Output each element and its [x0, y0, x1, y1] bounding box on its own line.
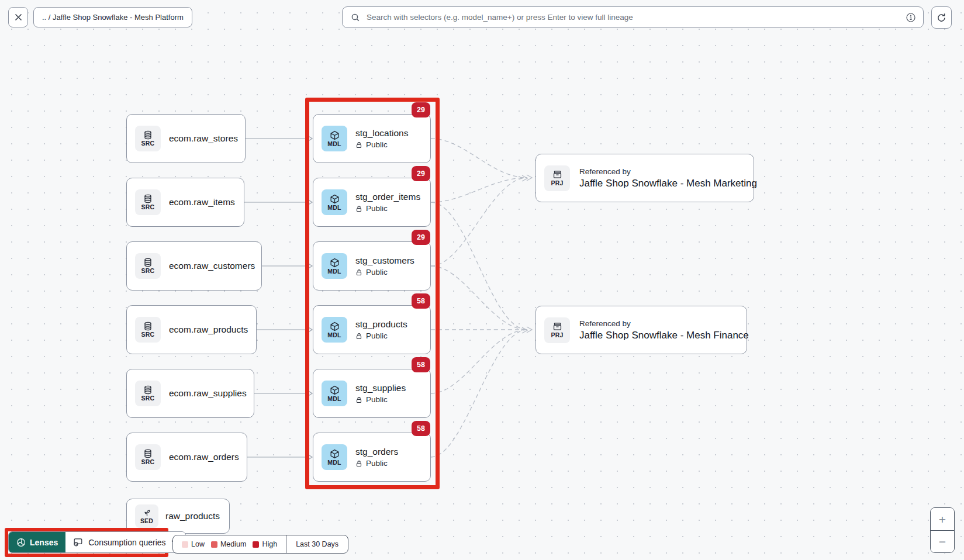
- node-label: raw_products: [165, 511, 220, 521]
- lenses-button[interactable]: Lenses: [9, 532, 65, 552]
- package-icon: MDL: [322, 189, 347, 215]
- consumption-count-badge: 29: [412, 230, 430, 245]
- project-name: Jaffle Shop Snowflake - Mesh Finance: [579, 330, 749, 341]
- source-node[interactable]: SRC ecom.raw_customers: [126, 241, 262, 291]
- zoom-out-button[interactable]: −: [931, 530, 954, 552]
- node-label: ecom.raw_supplies: [169, 388, 247, 399]
- referenced-by-label: Referenced by: [579, 167, 757, 176]
- node-label: stg_supplies: [355, 383, 406, 393]
- package-icon: MDL: [322, 126, 347, 151]
- referenced-by-label: Referenced by: [579, 319, 749, 328]
- source-node[interactable]: SRC ecom.raw_products: [126, 305, 257, 354]
- model-node[interactable]: 29 MDL stg_order_items Public: [313, 178, 431, 227]
- breadcrumb-label: .. / Jaffle Shop Snowflake - Mesh Platfo…: [42, 13, 184, 22]
- access-level: Public: [355, 331, 407, 340]
- database-icon: SRC: [135, 253, 161, 279]
- node-label: stg_order_items: [355, 192, 420, 202]
- consumption-count-badge: 29: [412, 166, 430, 181]
- database-icon: SRC: [135, 381, 161, 406]
- database-icon: SRC: [135, 317, 161, 343]
- search-bar[interactable]: [342, 6, 924, 28]
- legend-item-high: High: [253, 540, 277, 548]
- search-icon: [351, 13, 360, 22]
- legend-items: Low Medium High: [173, 535, 286, 553]
- breadcrumb[interactable]: .. / Jaffle Shop Snowflake - Mesh Platfo…: [33, 7, 192, 27]
- unlock-icon: [355, 396, 362, 403]
- node-label: ecom.raw_products: [169, 324, 248, 335]
- unlock-icon: [355, 460, 362, 467]
- legend-swatch-medium: [211, 541, 217, 548]
- lenses-icon: [16, 538, 26, 547]
- lenses-toolbar: Lenses Consumption queries: [8, 531, 186, 553]
- consumption-count-badge: 58: [412, 293, 430, 309]
- archive-icon: PRJ: [544, 317, 570, 343]
- source-node[interactable]: SRC ecom.raw_items: [126, 178, 244, 227]
- consumption-legend: Low Medium High Last 30 Days: [172, 535, 348, 554]
- minus-icon: −: [939, 535, 946, 548]
- info-icon[interactable]: [906, 12, 916, 23]
- project-name: Jaffle Shop Snowflake - Mesh Marketing: [579, 178, 757, 189]
- node-label: ecom.raw_stores: [169, 133, 238, 144]
- plus-icon: +: [939, 513, 946, 526]
- model-node[interactable]: 29 MDL stg_locations Public: [313, 114, 431, 163]
- project-node[interactable]: PRJ Referenced by Jaffle Shop Snowflake …: [535, 306, 747, 354]
- access-level: Public: [355, 395, 406, 404]
- legend-item-low: Low: [182, 540, 205, 548]
- node-label: ecom.raw_customers: [169, 261, 255, 271]
- unlock-icon: [355, 333, 362, 340]
- consumption-count-badge: 58: [412, 421, 430, 436]
- node-label: ecom.raw_orders: [169, 452, 239, 462]
- model-node[interactable]: 29 MDL stg_customers Public: [313, 241, 431, 291]
- zoom-in-button[interactable]: +: [931, 508, 954, 530]
- sprout-icon: SED: [135, 504, 158, 528]
- node-label: stg_products: [355, 319, 407, 330]
- unlock-icon: [355, 205, 362, 212]
- node-label: ecom.raw_items: [169, 197, 235, 208]
- access-level: Public: [355, 268, 414, 276]
- package-icon: MDL: [322, 444, 347, 470]
- node-label: stg_customers: [355, 255, 414, 266]
- refresh-icon: [936, 12, 947, 23]
- close-button[interactable]: [8, 7, 28, 27]
- database-icon: SRC: [135, 189, 161, 215]
- package-icon: MDL: [322, 253, 347, 279]
- consumption-count-badge: 29: [412, 102, 430, 117]
- legend-swatch-high: [253, 541, 259, 548]
- archive-icon: PRJ: [544, 165, 570, 191]
- zoom-controls: + −: [930, 507, 955, 553]
- seed-node[interactable]: SED raw_products: [126, 499, 230, 534]
- access-level: Public: [355, 459, 398, 468]
- consumption-count-badge: 58: [412, 357, 430, 372]
- project-node[interactable]: PRJ Referenced by Jaffle Shop Snowflake …: [535, 154, 754, 202]
- refresh-button[interactable]: [931, 6, 952, 29]
- legend-swatch-low: [182, 541, 188, 548]
- close-icon: [14, 13, 23, 22]
- access-level: Public: [355, 140, 408, 149]
- query-icon: [73, 537, 83, 547]
- search-input[interactable]: [365, 12, 900, 22]
- database-icon: SRC: [135, 126, 161, 151]
- package-icon: MDL: [322, 381, 347, 406]
- legend-item-medium: Medium: [211, 540, 246, 548]
- node-label: stg_orders: [355, 447, 398, 457]
- model-node[interactable]: 58 MDL stg_supplies Public: [313, 369, 431, 418]
- source-node[interactable]: SRC ecom.raw_stores: [126, 114, 246, 163]
- access-level: Public: [355, 204, 420, 213]
- legend-period: Last 30 Days: [286, 535, 348, 553]
- database-icon: SRC: [135, 444, 161, 470]
- package-icon: MDL: [322, 317, 347, 343]
- model-node[interactable]: 58 MDL stg_products Public: [313, 305, 431, 354]
- unlock-icon: [355, 141, 362, 148]
- node-label: stg_locations: [355, 128, 408, 139]
- unlock-icon: [355, 269, 362, 276]
- lens-selector[interactable]: Consumption queries: [65, 532, 185, 552]
- source-node[interactable]: SRC ecom.raw_supplies: [126, 369, 254, 418]
- source-node[interactable]: SRC ecom.raw_orders: [126, 433, 247, 482]
- model-node[interactable]: 58 MDL stg_orders Public: [313, 433, 431, 482]
